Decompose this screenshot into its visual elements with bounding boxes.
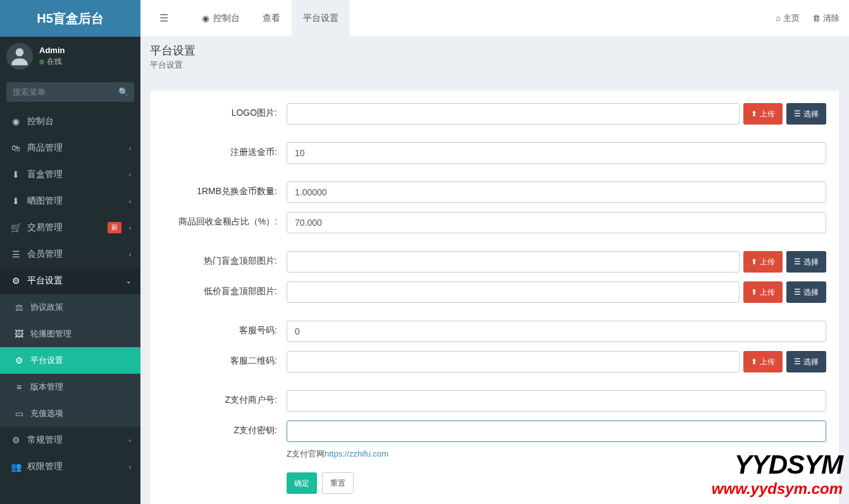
image-icon: 🖼: [13, 329, 25, 339]
list-icon: ☰: [794, 357, 801, 366]
cog-icon: ⚙: [13, 355, 25, 366]
list-icon: ☰: [794, 109, 801, 118]
label-zpay-merchant: Z支付商户号:: [163, 390, 287, 406]
label-rmb-rate: 1RMB兑换金币数量:: [163, 181, 287, 197]
chevron-left-icon: ‹: [129, 464, 131, 470]
menu-toggle-button[interactable]: ☰: [150, 12, 178, 24]
bag-icon: 🛍: [9, 143, 22, 153]
upload-button[interactable]: ⬆上传: [743, 351, 783, 372]
dashboard-icon: ◉: [9, 116, 22, 126]
cart-icon: 🛒: [9, 223, 22, 233]
new-badge: 新: [108, 222, 121, 233]
service-no-input[interactable]: [287, 321, 826, 342]
box-icon: ⬇: [9, 169, 22, 180]
upload-icon: ⬆: [751, 257, 757, 266]
chevron-left-icon: ‹: [129, 224, 131, 231]
nav-dashboard[interactable]: ◉控制台: [0, 108, 140, 135]
recycle-ratio-input[interactable]: [287, 212, 826, 233]
nav-menu: ◉控制台 🛍商品管理‹ ⬇盲盒管理‹ ⬇晒图管理‹ 🛒交易管理新‹ ☰会员管理‹…: [0, 108, 140, 294]
nav-sub-carousel[interactable]: 🖼轮播图管理: [0, 321, 140, 347]
nav-sub-settings[interactable]: ⚙平台设置: [0, 347, 140, 374]
user-avatar: [6, 43, 33, 70]
list-icon: ☰: [794, 257, 801, 266]
choose-button[interactable]: ☰选择: [786, 351, 826, 372]
upload-button[interactable]: ⬆上传: [743, 251, 783, 273]
label-service-qr: 客服二维码:: [163, 351, 287, 367]
nav-trade[interactable]: 🛒交易管理新‹: [0, 214, 140, 241]
upload-icon: ⬆: [751, 109, 757, 118]
choose-button[interactable]: ☰选择: [786, 103, 826, 125]
settings-form: LOGO图片: ⬆上传 ☰选择 注册送金币: 1RMB兑换金币数量:: [150, 90, 840, 504]
rmb-rate-input[interactable]: [287, 181, 826, 203]
label-register-coin: 注册送金币:: [163, 142, 287, 158]
register-coin-input[interactable]: [287, 142, 826, 164]
choose-button[interactable]: ☰选择: [786, 251, 826, 273]
zpay-link[interactable]: https://zzhifu.com: [325, 449, 388, 458]
status-dot-icon: [39, 59, 44, 65]
page-title: 平台设置: [150, 43, 840, 58]
gallery-icon: ⬇: [9, 196, 22, 206]
nav-submenu: ⚖协议政策 🖼轮播图管理 ⚙平台设置 ≡版本管理 ▭充值选项: [0, 294, 140, 427]
user-status: 在线: [39, 56, 65, 67]
main-content: ☰ ◉控制台 查看 平台设置 ⌂主页 🗑清除 平台设置 平台设置 LOGO图片:…: [140, 0, 849, 504]
list-icon: ☰: [794, 288, 801, 297]
sidebar-search: 🔍: [6, 82, 134, 102]
scale-icon: ⚖: [13, 302, 25, 312]
chevron-left-icon: ‹: [129, 251, 131, 258]
wallet-icon: ▭: [13, 409, 25, 419]
nav-member[interactable]: ☰会员管理‹: [0, 241, 140, 267]
tab-dashboard[interactable]: ◉控制台: [190, 0, 251, 37]
nav-sub-recharge[interactable]: ▭充值选项: [0, 400, 140, 427]
search-icon: 🔍: [118, 87, 129, 97]
zpay-merchant-input[interactable]: [287, 390, 826, 412]
nav-box[interactable]: ⬇盲盒管理‹: [0, 161, 140, 188]
users-icon: 👥: [9, 462, 22, 472]
upload-button[interactable]: ⬆上传: [743, 281, 783, 303]
chevron-left-icon: ‹: [129, 145, 131, 152]
label-zpay-secret: Z支付密钥:: [163, 421, 287, 436]
tab-view[interactable]: 查看: [251, 0, 292, 37]
form-actions: 确定 重置: [151, 472, 839, 494]
clear-link[interactable]: 🗑清除: [812, 13, 840, 24]
nav-menu-2: ⚙常规管理‹ 👥权限管理‹: [0, 427, 140, 480]
svg-point-0: [16, 48, 24, 56]
label-recycle-ratio: 商品回收金额占比（%）:: [163, 212, 287, 228]
upload-button[interactable]: ⬆上传: [743, 103, 783, 125]
user-panel: Admin 在线: [0, 37, 140, 76]
home-icon: ⌂: [776, 13, 781, 23]
label-hot-banner: 热门盲盒顶部图片:: [163, 251, 287, 267]
list-icon: ≡: [13, 382, 25, 392]
logo-input[interactable]: [287, 103, 740, 125]
zpay-secret-input[interactable]: [287, 421, 826, 442]
hot-banner-input[interactable]: [287, 251, 740, 273]
tab-settings[interactable]: 平台设置: [292, 0, 350, 37]
sidebar: H5盲盒后台 Admin 在线 🔍 ◉控制台 🛍商品管理‹ ⬇盲盒管理‹ ⬇晒图…: [0, 0, 140, 504]
chevron-left-icon: ‹: [129, 437, 131, 444]
page-subtitle: 平台设置: [150, 59, 840, 71]
home-link[interactable]: ⌂主页: [776, 13, 800, 24]
cogs-icon: ⚙: [9, 435, 22, 445]
nav-sub-version[interactable]: ≡版本管理: [0, 374, 140, 400]
dashboard-icon: ◉: [202, 13, 209, 23]
chevron-down-icon: ⌄: [126, 278, 131, 285]
nav-general[interactable]: ⚙常规管理‹: [0, 427, 140, 453]
service-qr-input[interactable]: [287, 351, 740, 372]
cogs-icon: ⚙: [9, 276, 22, 286]
low-banner-input[interactable]: [287, 281, 740, 303]
label-service-no: 客服号码:: [163, 321, 287, 336]
app-logo: H5盲盒后台: [0, 0, 140, 37]
nav-permission[interactable]: 👥权限管理‹: [0, 453, 140, 480]
chevron-left-icon: ‹: [129, 198, 131, 205]
tab-bar: ◉控制台 查看 平台设置: [190, 0, 350, 37]
submit-button[interactable]: 确定: [287, 472, 317, 494]
nav-gallery[interactable]: ⬇晒图管理‹: [0, 188, 140, 214]
nav-product[interactable]: 🛍商品管理‹: [0, 135, 140, 161]
search-button[interactable]: 🔍: [113, 82, 134, 102]
nav-platform[interactable]: ⚙平台设置⌄: [0, 267, 140, 294]
reset-button[interactable]: 重置: [322, 472, 354, 494]
list-icon: ☰: [9, 249, 22, 259]
label-low-banner: 低价盲盒顶部图片:: [163, 281, 287, 297]
choose-button[interactable]: ☰选择: [786, 281, 826, 303]
zpay-help-text: Z支付官网https://zzhifu.com: [287, 448, 826, 460]
nav-sub-policy[interactable]: ⚖协议政策: [0, 294, 140, 321]
